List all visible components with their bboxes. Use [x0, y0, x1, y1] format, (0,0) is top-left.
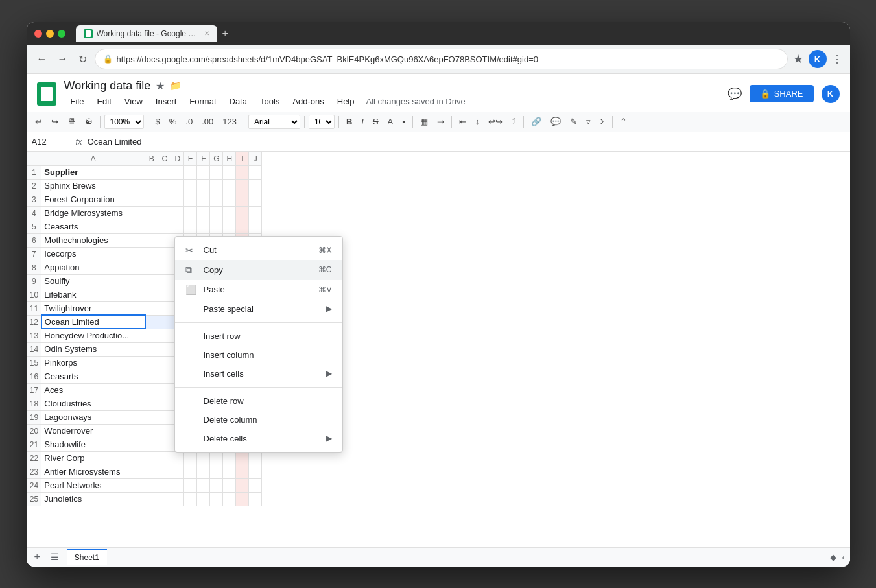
cell-c4[interactable] — [158, 206, 171, 220]
menu-format[interactable]: Format — [183, 94, 222, 109]
cell-i2[interactable] — [236, 179, 249, 193]
cell-j23[interactable] — [249, 465, 262, 478]
context-item-insert-row[interactable]: Insert row — [175, 327, 342, 346]
cell-a5[interactable]: Ceasarts — [41, 220, 145, 233]
cell-c10[interactable] — [158, 288, 171, 301]
cell-b18[interactable] — [145, 397, 158, 410]
context-item-delete-cells[interactable]: Delete cells▶ — [175, 429, 342, 448]
cell-h24[interactable] — [223, 478, 236, 492]
add-sheet-button[interactable]: + — [32, 550, 43, 564]
menu-data[interactable]: Data — [223, 94, 254, 109]
context-item-paste[interactable]: ⬜Paste⌘V — [175, 280, 342, 300]
cell-b14[interactable] — [145, 342, 158, 356]
cell-c16[interactable] — [158, 370, 171, 383]
cell-c25[interactable] — [158, 492, 171, 506]
cell-c11[interactable] — [158, 301, 171, 315]
cell-i23[interactable] — [236, 465, 249, 478]
cell-c13[interactable] — [158, 329, 171, 342]
cell-j25[interactable] — [249, 492, 262, 506]
cell-c7[interactable] — [158, 247, 171, 261]
col-header-g[interactable]: G — [210, 152, 223, 165]
cell-b22[interactable] — [145, 451, 158, 465]
cell-g23[interactable] — [210, 465, 223, 478]
row-number[interactable]: 20 — [27, 424, 41, 438]
cell-j3[interactable] — [249, 193, 262, 206]
cell-b9[interactable] — [145, 274, 158, 288]
cell-c21[interactable] — [158, 438, 171, 451]
collapse-button[interactable]: ‹ — [842, 552, 844, 562]
menu-addons[interactable]: Add-ons — [286, 94, 330, 109]
cell-b25[interactable] — [145, 492, 158, 506]
format-number-button[interactable]: 123 — [219, 115, 240, 128]
row-number[interactable]: 21 — [27, 438, 41, 451]
cell-a23[interactable]: Antler Microsystems — [41, 465, 145, 478]
share-button[interactable]: 🔒 SHARE — [750, 85, 814, 102]
row-number[interactable]: 6 — [27, 233, 41, 247]
cell-b24[interactable] — [145, 478, 158, 492]
col-header-h[interactable]: H — [223, 152, 236, 165]
close-button[interactable] — [34, 30, 42, 38]
menu-view[interactable]: View — [118, 94, 149, 109]
cell-e3[interactable] — [184, 193, 197, 206]
cell-h4[interactable] — [223, 206, 236, 220]
cell-b12[interactable] — [145, 315, 158, 329]
cell-b23[interactable] — [145, 465, 158, 478]
cell-a2[interactable]: Sphinx Brews — [41, 179, 145, 193]
cell-g2[interactable] — [210, 179, 223, 193]
cell-h22[interactable] — [223, 451, 236, 465]
row-number[interactable]: 8 — [27, 261, 41, 274]
cell-d1[interactable] — [171, 165, 184, 179]
cell-f1[interactable] — [197, 165, 210, 179]
decimal-decrease-button[interactable]: .0 — [182, 115, 196, 128]
text-wrap-button[interactable]: ↩↪ — [485, 115, 506, 128]
cell-c15[interactable] — [158, 356, 171, 370]
cell-b21[interactable] — [145, 438, 158, 451]
cell-g24[interactable] — [210, 478, 223, 492]
row-number[interactable]: 25 — [27, 492, 41, 506]
link-button[interactable]: 🔗 — [528, 115, 545, 128]
currency-button[interactable]: $ — [152, 115, 163, 128]
cell-i24[interactable] — [236, 478, 249, 492]
cell-d22[interactable] — [171, 451, 184, 465]
cell-b19[interactable] — [145, 410, 158, 424]
cell-a10[interactable]: Lifebank — [41, 288, 145, 301]
cell-reference[interactable] — [32, 137, 71, 147]
cell-a18[interactable]: Cloudustries — [41, 397, 145, 410]
cell-b10[interactable] — [145, 288, 158, 301]
font-select[interactable]: Arial — [248, 115, 300, 129]
context-item-delete-column[interactable]: Delete column — [175, 410, 342, 429]
cell-g25[interactable] — [210, 492, 223, 506]
sheets-list-button[interactable]: ☰ — [48, 550, 62, 563]
cell-e1[interactable] — [184, 165, 197, 179]
print-button[interactable]: 🖶 — [64, 115, 79, 128]
row-number[interactable]: 9 — [27, 274, 41, 288]
function-button[interactable]: Σ — [597, 115, 608, 128]
cell-a3[interactable]: Forest Corporation — [41, 193, 145, 206]
cell-f4[interactable] — [197, 206, 210, 220]
cell-c1[interactable] — [158, 165, 171, 179]
cell-i1[interactable] — [236, 165, 249, 179]
cell-b15[interactable] — [145, 356, 158, 370]
row-number[interactable]: 5 — [27, 220, 41, 233]
cell-c14[interactable] — [158, 342, 171, 356]
menu-help[interactable]: Help — [331, 94, 361, 109]
cell-e24[interactable] — [184, 478, 197, 492]
cell-f5[interactable] — [197, 220, 210, 233]
row-number[interactable]: 4 — [27, 206, 41, 220]
active-tab[interactable]: Working data file - Google She... ✕ — [76, 25, 217, 42]
bookmark-icon[interactable]: ★ — [793, 52, 803, 66]
cell-a22[interactable]: River Corp — [41, 451, 145, 465]
cell-b3[interactable] — [145, 193, 158, 206]
reload-button[interactable]: ↻ — [76, 51, 89, 68]
cell-g1[interactable] — [210, 165, 223, 179]
text-rotation-button[interactable]: ⤴ — [508, 115, 519, 128]
cell-e23[interactable] — [184, 465, 197, 478]
fill-color-button[interactable]: ▪ — [399, 115, 408, 128]
chart-button[interactable]: ✎ — [567, 115, 580, 128]
redo-button[interactable]: ↪ — [48, 115, 62, 128]
row-number[interactable]: 18 — [27, 397, 41, 410]
back-button[interactable]: ← — [34, 51, 50, 67]
context-item-cut[interactable]: ✂Cut⌘X — [175, 241, 342, 260]
cell-d2[interactable] — [171, 179, 184, 193]
borders-button[interactable]: ▦ — [417, 115, 431, 128]
